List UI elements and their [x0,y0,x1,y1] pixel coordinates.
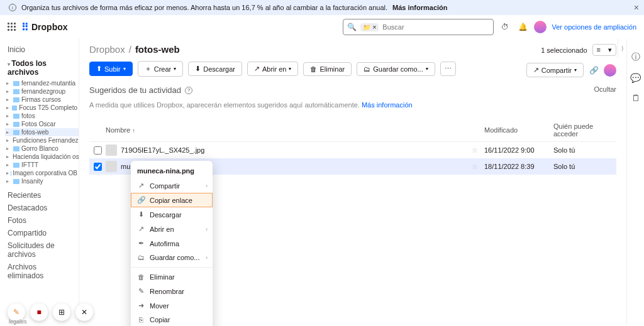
brand-name: Dropbox [31,22,68,32]
breadcrumb-root[interactable]: Dropbox [89,44,125,55]
right-rail: ⓘ 💬 🗒 [626,39,644,325]
view-toggle[interactable]: ≡▾ [592,44,616,56]
sidebar-tree-item[interactable]: ▸Focus T25 Completo [5,104,79,112]
context-menu-item[interactable]: ↗Compartir› [131,178,213,193]
rail-collapse-button[interactable]: ⟩ [618,39,626,58]
col-access[interactable]: Quién puede acceder [553,122,616,138]
dropbox-icon: ⠿ [21,21,29,33]
open-in-button[interactable]: ↗Abrir en▾ [247,62,299,76]
save-as-button[interactable]: 🗂Guardar como...▾ [357,62,435,76]
bell-icon[interactable]: 🔔 [516,21,529,33]
sidebar-tree-item[interactable]: ▸Gorro Blanco [5,144,79,153]
twisty-icon: ▸ [6,105,10,111]
sidebar-nav-item[interactable]: Archivos eliminados [3,261,79,282]
tree-item-label: fotos [21,112,35,119]
sidebar-tree-item[interactable]: ▸fotos [5,112,79,120]
sidebar-tree-item[interactable]: ▸fernandezgroup [5,87,79,95]
sidebar-home[interactable]: Inicio [3,43,79,57]
fab-grid[interactable]: ⊞ [53,303,70,321]
search-input[interactable] [382,23,489,31]
sidebar-tree-item[interactable]: ▸Insanity [5,177,79,185]
promo-banner: i Organiza tus archivos de forma más efi… [0,0,644,15]
list-view-icon[interactable]: ≡ [593,45,604,55]
brand-logo[interactable]: ⠿ Dropbox [21,21,68,33]
context-menu-item[interactable]: ✒Autofirma [131,236,213,251]
upload-button[interactable]: ⬆Subir▾ [89,62,133,76]
sidebar-tree-item[interactable]: ▸fernandez-mutantia [5,79,79,87]
chip-close-icon[interactable]: × [372,24,376,31]
apps-grid-icon[interactable] [8,23,16,31]
sidebar-nav-item[interactable]: Solicitudes de archivos [3,239,79,261]
folder-icon: 📁 [363,24,370,31]
folder-icon [13,146,19,151]
info-rail-icon[interactable]: ⓘ [631,52,640,63]
hide-button[interactable]: Ocultar [594,85,616,93]
tree-item-label: Firmas cursos [21,96,61,103]
download-button[interactable]: ⬇Descargar [188,62,242,76]
context-menu-item[interactable]: ↗Abrir en› [131,222,213,236]
search-bar[interactable]: 🔍 📁 × [343,19,494,35]
chevron-right-icon: › [206,226,208,232]
sidebar-tree-item[interactable]: ▸Hacienda liquidación oscar... [5,153,79,161]
sidebar-tree-item[interactable]: ▸IFTTT [5,161,79,169]
avatar[interactable] [534,21,547,33]
context-menu-item[interactable]: ✎Renombrar [131,284,213,298]
more-button[interactable]: ⋯ [440,62,456,76]
activity-rail-icon[interactable]: 🗒 [631,93,640,103]
context-menu-item[interactable]: ➜Mover [131,298,213,313]
chevron-down-icon: ▾ [426,66,428,72]
context-menu-separator [131,267,213,268]
share-avatar[interactable] [604,64,616,77]
tree-item-label: Hacienda liquidación oscar... [13,153,79,160]
legal-text: legales [9,318,27,325]
delete-button[interactable]: 🗑Eliminar [303,62,352,76]
context-menu-item[interactable]: 🗑Eliminar [131,270,213,284]
context-menu-item[interactable]: 🗂Guardar como...› [131,251,213,264]
sidebar-tree-item[interactable]: ▸Fotos Oscar [5,120,79,128]
create-button[interactable]: ＋Crear▾ [138,61,184,77]
banner-cta-link[interactable]: Más información [392,4,447,11]
timer-icon[interactable]: ⏱ [499,21,511,33]
sidebar-tree-item[interactable]: ▸Fundiciones Fernandez [5,136,79,144]
sidebar-all-files[interactable]: ▾ Todos los archivos [3,57,79,79]
context-menu-label: Descargar [150,211,182,219]
folder-icon [13,97,19,102]
sidebar-tree-item[interactable]: ▸Imagen corporativa OB [5,169,79,177]
sidebar-nav-item[interactable]: Recientes [3,189,79,202]
link-icon[interactable]: 🔗 [587,64,600,77]
folder-icon [13,81,19,86]
suggested-hint-link[interactable]: Más información [362,101,413,109]
twisty-icon: ▸ [6,80,11,86]
chevron-down-icon: ▾ [574,67,577,73]
comment-rail-icon[interactable]: 💬 [630,73,641,83]
sort-asc-icon[interactable]: ↑ [132,128,135,134]
sidebar-nav-item[interactable]: Compartido [3,227,79,239]
help-icon[interactable]: ? [185,87,192,94]
close-icon[interactable]: × [634,3,639,13]
col-name[interactable]: Nombre [106,126,130,134]
table-row[interactable]: 719O5IE17yL._SX425_.jpg☆16/11/2022 9:00S… [89,142,616,158]
file-access: Solo tú [553,146,616,154]
upgrade-link[interactable]: Ver opciones de ampliación [552,23,636,31]
fab-close[interactable]: ✕ [75,303,93,321]
folder-icon [13,179,19,184]
row-checkbox[interactable] [94,146,102,155]
star-icon[interactable]: ☆ [472,163,484,171]
fab-record[interactable]: ■ [30,303,48,321]
context-menu-item[interactable]: ⎘Copiar [131,313,213,326]
download-icon: ⬇ [137,210,145,219]
row-checkbox[interactable] [94,163,102,171]
sidebar-tree-item[interactable]: ▸Firmas cursos [5,95,79,104]
context-menu-label: Renombrar [150,288,184,295]
context-menu-item[interactable]: 🔗Copiar enlace [131,193,213,207]
sidebar-nav-item[interactable]: Destacados [3,202,79,214]
share-button[interactable]: ↗Compartir▾ [526,63,584,77]
sidebar-nav-item[interactable]: Fotos [3,214,79,227]
search-folder-chip[interactable]: 📁 × [360,23,379,31]
twisty-icon: ▸ [6,162,11,168]
star-icon[interactable]: ☆ [472,146,484,155]
view-chevron-icon[interactable]: ▾ [604,45,616,55]
sidebar-tree-item[interactable]: ▸fotos-web [5,128,79,136]
col-modified[interactable]: Modificado [484,126,553,134]
context-menu-item[interactable]: ⬇Descargar [131,207,213,222]
